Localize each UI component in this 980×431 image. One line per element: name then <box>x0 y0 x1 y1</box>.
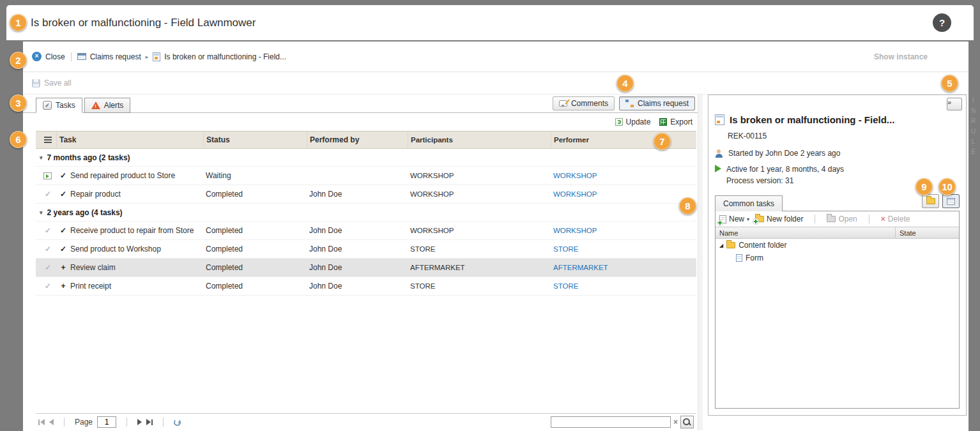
instance-panel: » Is broken or malfunctioning - Field...… <box>708 95 967 416</box>
column-state[interactable]: State <box>895 227 959 238</box>
performer-link[interactable]: WORKSHOP <box>553 227 597 234</box>
save-all-button[interactable]: Save all <box>32 79 72 87</box>
column-participants[interactable]: Participants <box>408 132 551 148</box>
performer-link[interactable]: AFTERMARKET <box>553 264 608 271</box>
first-page-button[interactable] <box>38 419 45 425</box>
close-label: Close <box>45 52 65 61</box>
group-label: 2 years ago (4 tasks) <box>47 208 123 217</box>
column-name[interactable]: Name <box>716 227 895 238</box>
table-row[interactable]: ✓ ✓Repair product Completed John Doe WOR… <box>36 185 696 204</box>
breadcrumb-process[interactable]: Claims request <box>77 52 141 61</box>
export-button[interactable]: Export <box>659 117 693 126</box>
scheduled-task-icon <box>43 172 52 179</box>
callout-7: 7 <box>654 133 671 150</box>
update-button[interactable]: Update <box>615 117 651 126</box>
column-performed-by[interactable]: Performed by <box>307 132 408 148</box>
tab-tasks[interactable]: ✓ Tasks <box>36 98 82 113</box>
task-performed-by: John Doe <box>307 245 408 253</box>
breadcrumb-process-label: Claims request <box>90 52 141 61</box>
callout-10: 10 <box>938 178 956 195</box>
completed-check-icon: ✓ <box>45 282 51 291</box>
tree-item-label: Content folder <box>739 241 786 250</box>
table-row[interactable]: ✓Send repaired product to Store Waiting … <box>36 167 696 185</box>
export-icon <box>659 118 667 126</box>
search-button[interactable] <box>680 416 694 428</box>
vertical-scrollbar[interactable] <box>698 95 703 430</box>
task-status: Completed <box>203 282 307 291</box>
completed-check-icon: ✓ <box>45 263 51 272</box>
table-row[interactable]: ✓ ✓Receive product to repair from Store … <box>36 222 696 240</box>
task-state-icon: + <box>59 263 68 272</box>
case-icon <box>715 114 724 125</box>
help-button[interactable]: ? <box>933 13 951 32</box>
next-page-button[interactable] <box>137 419 142 425</box>
clear-filter-icon[interactable]: × <box>673 418 678 427</box>
task-participants: WORKSHOP <box>408 227 551 234</box>
person-icon <box>715 149 723 158</box>
side-tab[interactable]: INRULE <box>970 97 977 158</box>
expanded-node-icon[interactable]: ◢ <box>719 243 723 248</box>
completed-check-icon: ✓ <box>45 245 51 253</box>
breadcrumb-arrow-icon: ▸ <box>146 54 149 60</box>
comments-label: Comments <box>571 99 608 108</box>
process-version-text: Process version: 31 <box>726 176 844 185</box>
performer-link[interactable]: WORKSHOP <box>553 190 597 198</box>
performer-link[interactable]: STORE <box>553 245 578 253</box>
open-folder-icon <box>827 216 836 222</box>
page-label: Page <box>75 418 93 427</box>
performer-link[interactable]: WORKSHOP <box>553 172 597 179</box>
tab-common-tasks[interactable]: Common tasks <box>715 195 783 211</box>
collapse-panel-button[interactable]: » <box>947 98 962 110</box>
open-button[interactable]: Open <box>827 215 857 223</box>
comments-button[interactable]: Comments <box>553 96 615 110</box>
tree-item-label: Form <box>746 253 763 262</box>
column-task[interactable]: Task <box>56 132 203 148</box>
task-name: Review claim <box>70 263 116 272</box>
new-folder-button[interactable]: New folder <box>755 215 803 223</box>
active-duration-text: Active for 1 year, 8 months, 4 days <box>726 165 844 174</box>
delete-button[interactable]: × Delete <box>881 215 910 223</box>
refresh-icon <box>174 419 181 426</box>
task-state-icon: ✓ <box>59 190 68 199</box>
new-button[interactable]: New ▾ <box>719 215 749 223</box>
breadcrumb-current-item[interactable]: Is broken or malfunctioning - Field... <box>153 52 286 61</box>
callout-3: 3 <box>10 95 27 112</box>
page-input[interactable] <box>97 416 116 428</box>
callout-8: 8 <box>679 197 696 215</box>
search-icon <box>683 418 691 427</box>
prev-page-button[interactable] <box>49 419 54 425</box>
tab-alerts[interactable]: ! Alerts <box>84 98 131 113</box>
performer-link[interactable]: STORE <box>553 282 578 290</box>
process-icon <box>77 53 86 60</box>
last-page-button[interactable] <box>146 419 153 425</box>
column-status[interactable]: Status <box>203 132 307 148</box>
save-icon <box>32 79 40 87</box>
group-row[interactable]: ▾ 7 months ago (2 tasks) <box>36 149 696 167</box>
tab-action-buttons: Comments Claims request <box>553 96 695 112</box>
task-status: Completed <box>203 263 307 272</box>
callout-6: 6 <box>10 131 27 148</box>
folder-view-button[interactable] <box>922 194 939 208</box>
claims-request-button[interactable]: Claims request <box>619 96 695 110</box>
close-button[interactable]: × Close <box>32 52 65 61</box>
separator <box>71 52 72 61</box>
filter-input[interactable] <box>551 416 671 428</box>
table-row[interactable]: ✓ ✓Send product to Workshop Completed Jo… <box>36 240 696 259</box>
dropdown-caret-icon: ▾ <box>747 216 749 222</box>
save-toolbar: Save all <box>23 72 969 95</box>
tab-alerts-label: Alerts <box>104 101 124 110</box>
show-instance-button[interactable]: Show instance <box>874 52 928 61</box>
task-name: Repair product <box>70 190 121 199</box>
instance-title: Is broken or malfunctioning - Field... <box>730 114 894 125</box>
case-id: REK-00115 <box>728 132 960 140</box>
group-row[interactable]: ▾ 2 years ago (4 tasks) <box>36 204 696 222</box>
table-row-selected[interactable]: ✓ +Review claim Completed John Doe AFTER… <box>36 259 696 277</box>
list-view-button[interactable] <box>942 194 960 208</box>
task-status: Completed <box>203 226 307 235</box>
refresh-button[interactable] <box>174 419 181 426</box>
tree-item-content-folder[interactable]: ◢ Content folder <box>716 239 959 252</box>
table-row[interactable]: ✓ +Print receipt Completed John Doe STOR… <box>36 277 696 296</box>
collapse-group-icon: ▾ <box>40 155 43 161</box>
column-performer[interactable]: Performer <box>551 132 694 148</box>
tree-item-form[interactable]: Form <box>716 252 959 264</box>
